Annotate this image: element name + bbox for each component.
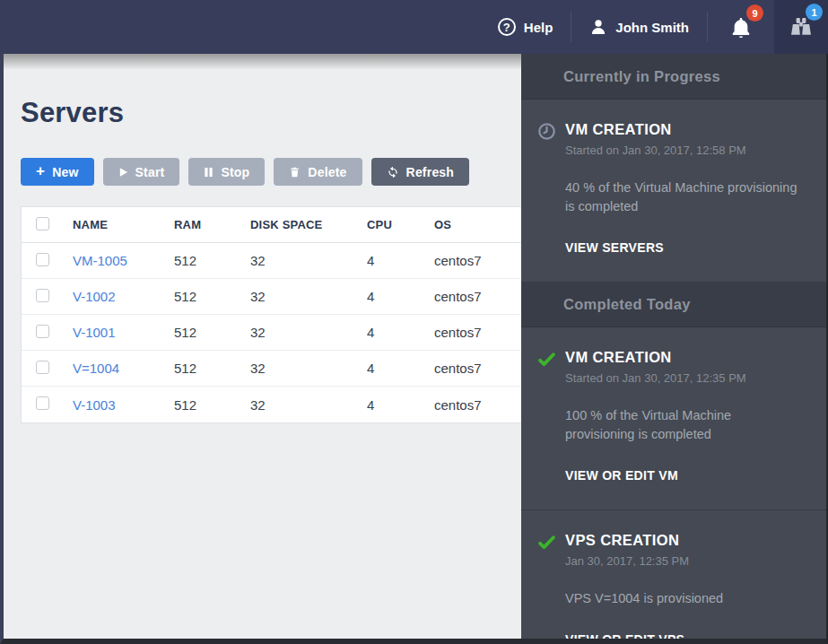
user-icon (589, 18, 607, 36)
table-row: VM-1005 512 32 4 centos7 (22, 243, 521, 279)
delete-button[interactable]: Delete (274, 158, 362, 186)
start-button[interactable]: Start (103, 158, 180, 186)
disk-value: 32 (250, 361, 367, 376)
help-button[interactable]: ? Help (480, 0, 571, 54)
activity-panel-button[interactable]: 1 (774, 0, 828, 54)
ram-value: 512 (174, 361, 250, 376)
activity-title: VM CREATION (565, 121, 801, 138)
sidebar-section-in-progress: Currently in Progress (521, 54, 826, 100)
notifications-badge: 9 (746, 4, 763, 22)
activity-description: 100 % of the Virtual Machine provisionin… (565, 406, 801, 444)
activity-title: VPS CREATION (565, 532, 801, 549)
plus-icon: + (36, 163, 45, 178)
notifications-button[interactable]: 9 (708, 0, 774, 54)
view-or-edit-vps-link[interactable]: VIEW OR EDIT VPS (565, 632, 801, 639)
table-header-row: NAME RAM DISK SPACE CPU OS (22, 207, 521, 243)
cpu-value: 4 (367, 289, 434, 304)
ram-value: 512 (174, 253, 250, 268)
check-icon (537, 532, 565, 568)
page-title: Servers (21, 97, 521, 129)
app-window: ? Help John Smith 9 (0, 0, 828, 644)
help-label: Help (524, 20, 553, 35)
cpu-value: 4 (367, 361, 434, 376)
row-checkbox[interactable] (36, 361, 49, 374)
activity-item-vps-creation-done: VPS CREATION Jan 30, 2017, 12:35 PM VPS … (521, 509, 826, 639)
server-name-link[interactable]: V=1004 (73, 361, 119, 376)
view-or-edit-vm-link[interactable]: VIEW OR EDIT VM (565, 468, 801, 483)
column-header-cpu: CPU (367, 218, 434, 231)
toolbar: + New Start Stop (21, 158, 521, 186)
os-value: centos7 (434, 253, 521, 268)
disk-value: 32 (250, 325, 367, 340)
user-menu[interactable]: John Smith (571, 0, 707, 54)
disk-value: 32 (250, 289, 367, 304)
ram-value: 512 (174, 289, 250, 304)
column-header-disk: DISK SPACE (250, 218, 367, 231)
activity-item-vm-creation-progress: VM CREATION Started on Jan 30, 2017, 12:… (521, 100, 826, 282)
activity-badge: 1 (806, 4, 823, 21)
server-name-link[interactable]: V-1003 (73, 397, 116, 413)
table-row: V-1003 512 32 4 centos7 (22, 387, 521, 422)
trash-icon (289, 166, 301, 178)
main-content: Servers + New Start Stop (4, 54, 521, 639)
activity-timestamp: Started on Jan 30, 2017, 12:58 PM (565, 144, 801, 157)
ram-value: 512 (174, 397, 250, 413)
activity-title: VM CREATION (565, 349, 801, 366)
row-checkbox[interactable] (36, 289, 49, 302)
ram-value: 512 (174, 325, 250, 340)
stop-button[interactable]: Stop (188, 158, 265, 186)
activity-sidebar: Currently in Progress VM CREATION Starte… (521, 54, 826, 639)
server-name-link[interactable]: V-1001 (73, 325, 116, 340)
row-checkbox[interactable] (36, 253, 49, 266)
column-header-os: OS (434, 218, 521, 231)
table-row: V-1002 512 32 4 centos7 (22, 279, 521, 315)
servers-table: NAME RAM DISK SPACE CPU OS VM-1005 512 3… (21, 206, 521, 423)
cpu-value: 4 (367, 253, 434, 268)
pause-icon (204, 167, 214, 178)
disk-value: 32 (250, 397, 367, 413)
cpu-value: 4 (367, 325, 434, 340)
os-value: centos7 (434, 361, 521, 376)
content-top-shadow (4, 54, 521, 70)
activity-timestamp: Started on Jan 30, 2017, 12:35 PM (565, 371, 801, 385)
user-name: John Smith (615, 20, 689, 35)
row-checkbox[interactable] (36, 325, 49, 338)
column-header-ram: RAM (174, 218, 250, 231)
cpu-value: 4 (367, 397, 434, 413)
check-icon (537, 349, 565, 385)
refresh-button[interactable]: Refresh (371, 158, 470, 186)
select-all-checkbox[interactable] (36, 217, 49, 231)
topbar: ? Help John Smith 9 (0, 0, 828, 54)
table-row: V-1001 512 32 4 centos7 (22, 315, 521, 351)
column-header-name: NAME (73, 218, 174, 231)
os-value: centos7 (434, 289, 521, 304)
activity-item-vm-creation-done: VM CREATION Started on Jan 30, 2017, 12:… (521, 327, 826, 509)
server-name-link[interactable]: VM-1005 (73, 253, 127, 268)
clock-icon (537, 121, 565, 157)
activity-description: 40 % of the Virtual Machine provisioning… (565, 178, 801, 216)
sidebar-section-completed: Completed Today (521, 282, 826, 327)
new-button[interactable]: + New (21, 158, 94, 186)
play-icon (118, 167, 128, 178)
table-row: V=1004 512 32 4 centos7 (22, 351, 521, 387)
activity-timestamp: Jan 30, 2017, 12:35 PM (565, 554, 801, 568)
os-value: centos7 (434, 325, 521, 340)
row-checkbox[interactable] (36, 396, 49, 410)
view-servers-link[interactable]: VIEW SERVERS (565, 240, 801, 255)
os-value: centos7 (434, 397, 521, 413)
activity-description: VPS V=1004 is provisioned (565, 589, 801, 608)
disk-value: 32 (250, 253, 367, 268)
server-name-link[interactable]: V-1002 (73, 289, 116, 304)
refresh-icon (387, 166, 399, 178)
help-icon: ? (498, 18, 516, 36)
